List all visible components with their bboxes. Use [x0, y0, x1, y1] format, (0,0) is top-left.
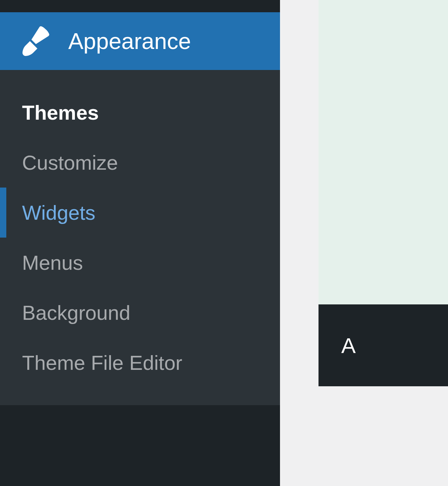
admin-sidebar: Appearance Themes Customize Widgets Menu…	[0, 0, 280, 486]
submenu-theme-file-editor[interactable]: Theme File Editor	[0, 338, 280, 388]
paintbrush-icon	[21, 26, 51, 56]
content-panel	[318, 0, 448, 304]
submenu-widgets[interactable]: Widgets	[0, 188, 280, 238]
menu-appearance-label: Appearance	[68, 28, 191, 54]
submenu-background[interactable]: Background	[0, 288, 280, 338]
top-bar	[0, 0, 280, 12]
partial-text: A	[341, 333, 356, 358]
submenu-label: Themes	[22, 101, 99, 124]
dark-panel[interactable]: A	[318, 304, 448, 386]
submenu-menus[interactable]: Menus	[0, 238, 280, 288]
submenu-customize[interactable]: Customize	[0, 138, 280, 188]
submenu-label: Menus	[22, 251, 83, 274]
submenu-label: Background	[22, 301, 131, 324]
submenu-label: Widgets	[22, 201, 96, 224]
submenu-themes[interactable]: Themes	[0, 87, 280, 138]
appearance-submenu: Themes Customize Widgets Menus Backgroun…	[0, 70, 280, 405]
submenu-label: Theme File Editor	[22, 351, 182, 374]
menu-appearance[interactable]: Appearance	[0, 12, 280, 70]
sidebar-bottom	[0, 476, 280, 486]
submenu-label: Customize	[22, 151, 118, 174]
content-area: A	[280, 0, 448, 486]
